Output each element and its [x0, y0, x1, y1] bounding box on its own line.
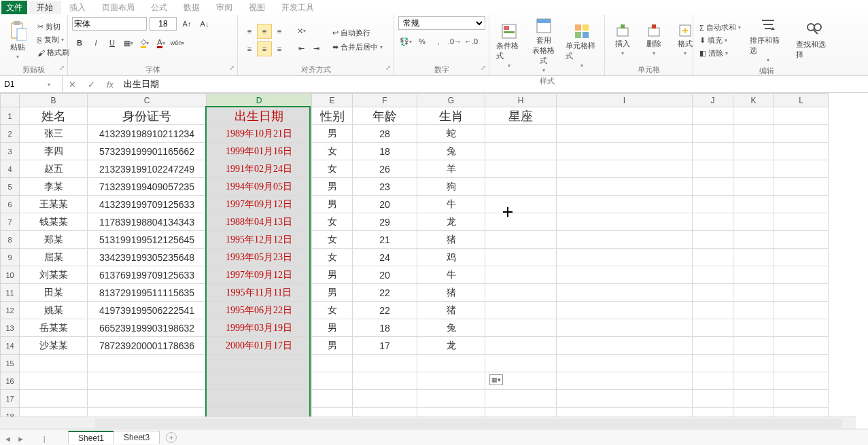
- align-right-button[interactable]: ≡: [272, 41, 287, 56]
- cell[interactable]: [485, 213, 557, 231]
- cell[interactable]: 1995年12月12日: [207, 231, 312, 249]
- cell[interactable]: 男: [312, 319, 353, 337]
- bold-button[interactable]: B: [72, 35, 87, 50]
- cell[interactable]: [733, 160, 774, 178]
- cell[interactable]: 1993年05月23日: [207, 249, 312, 266]
- fx-button[interactable]: fx: [101, 79, 120, 90]
- cell[interactable]: [774, 143, 829, 160]
- cell[interactable]: 334239199305235648: [88, 249, 207, 266]
- cell[interactable]: 女: [312, 143, 353, 160]
- row-header[interactable]: 4: [1, 160, 20, 178]
- cell[interactable]: [20, 372, 88, 390]
- cell[interactable]: [207, 372, 312, 390]
- cell[interactable]: [774, 249, 829, 266]
- cell[interactable]: 22: [353, 284, 417, 302]
- cell[interactable]: [485, 284, 557, 302]
- new-sheet-button[interactable]: +: [166, 432, 177, 443]
- cell[interactable]: 姓名: [20, 107, 88, 125]
- worksheet-grid[interactable]: BCDEFGHIJKL1姓名身份证号出生日期性别年龄生肖星座2张三4132391…: [0, 93, 868, 426]
- cell[interactable]: [485, 143, 557, 160]
- cell[interactable]: [353, 355, 417, 372]
- cell[interactable]: [20, 355, 88, 372]
- cell[interactable]: [733, 372, 774, 390]
- cell[interactable]: [353, 372, 417, 390]
- row-header[interactable]: 17: [1, 390, 20, 408]
- cell[interactable]: [557, 372, 693, 390]
- row-header[interactable]: 8: [1, 231, 20, 249]
- cell[interactable]: 23: [353, 178, 417, 196]
- cell[interactable]: [557, 213, 693, 231]
- cell[interactable]: [485, 249, 557, 266]
- cell[interactable]: 男: [312, 125, 353, 143]
- cell[interactable]: 女: [312, 160, 353, 178]
- column-header[interactable]: G: [417, 94, 485, 107]
- decrease-indent-button[interactable]: ⇤: [294, 41, 309, 56]
- file-tab[interactable]: 文件: [1, 1, 27, 14]
- cell[interactable]: 213239199102247249: [88, 160, 207, 178]
- name-box[interactable]: ▾: [0, 76, 63, 92]
- cell[interactable]: [557, 249, 693, 266]
- increase-font-button[interactable]: A↑: [179, 16, 194, 31]
- cell[interactable]: [774, 125, 829, 143]
- cell[interactable]: [774, 196, 829, 213]
- paste-button[interactable]: 粘贴▾: [4, 19, 31, 61]
- cell[interactable]: [733, 266, 774, 284]
- cell[interactable]: 1999年03月19日: [207, 319, 312, 337]
- cell[interactable]: 413239199709125633: [88, 196, 207, 213]
- cell[interactable]: 生肖: [417, 107, 485, 125]
- column-header[interactable]: D: [207, 94, 312, 107]
- cell[interactable]: [693, 319, 733, 337]
- align-middle-button[interactable]: ≡: [257, 24, 272, 39]
- number-format-combo[interactable]: 常规: [398, 16, 485, 30]
- cell[interactable]: 性别: [312, 107, 353, 125]
- cell[interactable]: 24: [353, 249, 417, 266]
- cell[interactable]: 18: [353, 319, 417, 337]
- cell[interactable]: [485, 390, 557, 408]
- cell[interactable]: [693, 196, 733, 213]
- cell[interactable]: 713239199409057235: [88, 178, 207, 196]
- cell[interactable]: 1999年01月16日: [207, 143, 312, 160]
- cell[interactable]: [417, 390, 485, 408]
- row-header[interactable]: 12: [1, 302, 20, 319]
- row-header[interactable]: 6: [1, 196, 20, 213]
- ribbon-tab[interactable]: 审阅: [208, 1, 241, 14]
- cell[interactable]: [733, 390, 774, 408]
- cell[interactable]: [774, 302, 829, 319]
- cell[interactable]: 1989年10月21日: [207, 125, 312, 143]
- cell[interactable]: [733, 107, 774, 125]
- cell[interactable]: [733, 231, 774, 249]
- cell[interactable]: [693, 249, 733, 266]
- cell[interactable]: [485, 231, 557, 249]
- cell[interactable]: 身份证号: [88, 107, 207, 125]
- comma-button[interactable]: ,: [431, 34, 446, 49]
- cell[interactable]: [312, 390, 353, 408]
- percent-button[interactable]: %: [415, 34, 430, 49]
- cell[interactable]: 沙某某: [20, 337, 88, 355]
- align-left-button[interactable]: ≡: [242, 41, 257, 56]
- decrease-decimal-button[interactable]: ←.0: [464, 34, 479, 49]
- cell[interactable]: 钱某某: [20, 213, 88, 231]
- accounting-button[interactable]: 💱▾: [398, 34, 413, 49]
- cell[interactable]: [774, 337, 829, 355]
- cell[interactable]: [485, 266, 557, 284]
- dialog-launcher-icon[interactable]: ⤢: [59, 62, 65, 74]
- copy-button[interactable]: ⎘复制▾: [35, 34, 71, 46]
- row-header[interactable]: 10: [1, 266, 20, 284]
- sort-filter-button[interactable]: 排序和筛选▾: [747, 16, 789, 65]
- cell[interactable]: [557, 143, 693, 160]
- cell[interactable]: [557, 107, 693, 125]
- dialog-launcher-icon[interactable]: ⤢: [385, 62, 391, 74]
- cell[interactable]: 牛: [417, 196, 485, 213]
- cell[interactable]: 年龄: [353, 107, 417, 125]
- cell[interactable]: [774, 213, 829, 231]
- cell[interactable]: 王某某: [20, 196, 88, 213]
- cell[interactable]: 猪: [417, 302, 485, 319]
- cell[interactable]: [733, 213, 774, 231]
- cell[interactable]: 1988年04月13日: [207, 213, 312, 231]
- conditional-format-button[interactable]: 条件格式▾: [493, 22, 524, 70]
- phonetic-button[interactable]: wén▾: [170, 35, 185, 50]
- cell[interactable]: [485, 319, 557, 337]
- cell[interactable]: 岳某某: [20, 319, 88, 337]
- cell[interactable]: 出生日期: [207, 107, 312, 125]
- cell[interactable]: 鸡: [417, 249, 485, 266]
